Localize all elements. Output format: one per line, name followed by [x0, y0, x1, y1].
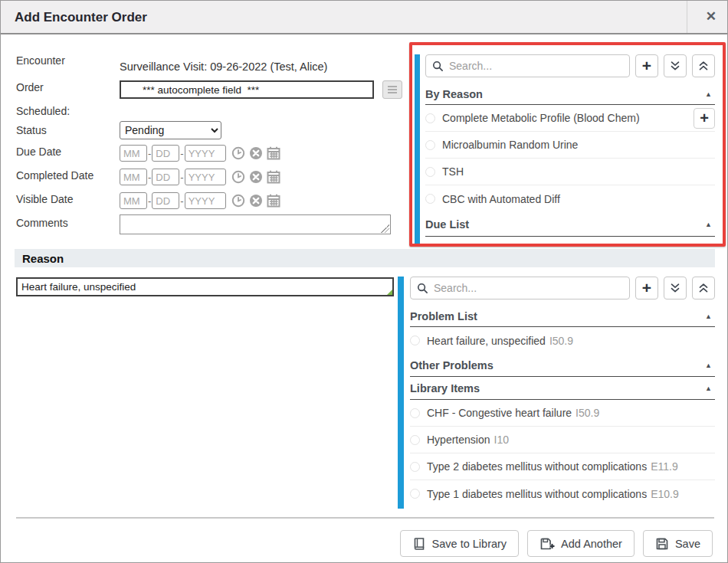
completed-date-day-input[interactable] [152, 169, 179, 185]
comments-textarea[interactable] [120, 214, 391, 234]
radio-icon[interactable] [425, 194, 435, 204]
date-dash: - [180, 148, 183, 159]
save-button[interactable]: Save [643, 530, 713, 557]
visible-date-day-input[interactable] [152, 192, 179, 209]
save-plus-icon [539, 537, 555, 551]
orders-search-input[interactable] [449, 60, 623, 72]
radio-icon[interactable] [410, 435, 420, 445]
radio-icon[interactable] [410, 489, 420, 499]
reasons-collapse-all-button[interactable] [692, 277, 715, 300]
add-order-button[interactable]: + [694, 108, 715, 129]
problem-list-section-header[interactable]: Problem List ▲ [410, 306, 715, 327]
due-list-section-header[interactable]: Due List ▲ [425, 212, 715, 237]
reasons-expand-all-button[interactable] [664, 277, 687, 300]
date-dash: - [180, 195, 183, 207]
radio-icon[interactable] [410, 462, 420, 472]
diagnosis-code: E10.9 [651, 488, 679, 500]
reason-input[interactable] [16, 277, 394, 296]
date-dash: - [180, 172, 183, 183]
visible-date-year-input[interactable] [185, 192, 226, 209]
visible-date-label: Visible Date [16, 193, 73, 205]
radio-icon[interactable] [425, 140, 435, 150]
clock-icon[interactable] [231, 146, 245, 160]
library-item-label: Hypertension [427, 434, 490, 446]
radio-icon[interactable] [410, 408, 420, 418]
diagnosis-code: I50.9 [549, 335, 573, 347]
date-dash: - [148, 172, 151, 183]
reasons-panel: + Problem List ▲ Heart failure, unspecif… [398, 277, 715, 509]
reasons-search-box[interactable] [410, 277, 630, 300]
status-select[interactable]: Pending [120, 121, 221, 139]
visible-date-row: -- [120, 191, 280, 210]
library-item-label: CHF - Congestive heart failure [427, 407, 572, 419]
due-date-day-input[interactable] [152, 145, 179, 162]
problem-item-label: Heart failure, unspecified [427, 335, 546, 347]
other-problems-section-header[interactable]: Other Problems ▲ [410, 354, 715, 377]
clock-icon[interactable] [231, 170, 245, 184]
clear-date-icon[interactable] [249, 170, 263, 184]
orders-search-box[interactable] [425, 54, 630, 77]
order-item-label: Complete Metabolic Profile (Blood Chem) [442, 112, 640, 124]
close-icon[interactable]: ✕ [706, 9, 717, 25]
completed-date-year-input[interactable] [185, 169, 226, 185]
visible-date-month-input[interactable] [120, 192, 147, 209]
due-date-year-input[interactable] [185, 145, 226, 162]
order-item[interactable]: Complete Metabolic Profile (Blood Chem) … [425, 105, 715, 132]
reasons-search-input[interactable] [434, 282, 623, 294]
order-item-label: CBC with Automated Diff [442, 193, 560, 205]
reason-input-wrap [16, 277, 394, 296]
add-encounter-order-dialog: Add Encounter Order ✕ Encounter Order Sc… [0, 0, 728, 563]
save-to-library-button[interactable]: Save to Library [400, 530, 520, 557]
search-icon [417, 283, 428, 294]
dialog-title: Add Encounter Order [15, 10, 147, 25]
status-label: Status [16, 124, 47, 136]
calendar-icon[interactable] [267, 170, 280, 184]
orders-add-button[interactable]: + [635, 54, 658, 77]
scheduled-label: Scheduled: [16, 105, 70, 117]
plus-icon: + [642, 57, 651, 74]
diagnosis-code: E11.9 [651, 460, 678, 473]
completed-date-month-input[interactable] [120, 169, 147, 185]
double-chevron-down-icon [669, 282, 681, 294]
radio-icon[interactable] [410, 336, 420, 345]
clear-date-icon[interactable] [249, 194, 263, 208]
search-icon [432, 61, 444, 72]
radio-icon[interactable] [425, 113, 435, 123]
collapse-arrow-icon: ▲ [705, 313, 712, 320]
collapse-arrow-icon: ▲ [705, 362, 712, 369]
calendar-icon[interactable] [267, 194, 280, 208]
double-chevron-down-icon [669, 60, 681, 72]
library-item[interactable]: Type 2 diabetes mellitus without complic… [410, 453, 715, 480]
due-date-row: -- [120, 144, 280, 162]
radio-icon[interactable] [425, 167, 435, 177]
book-icon [412, 537, 426, 551]
clear-date-icon[interactable] [249, 146, 263, 160]
reason-section-header: Reason [15, 249, 715, 267]
add-another-label: Add Another [561, 538, 622, 550]
orders-expand-all-button[interactable] [664, 54, 687, 77]
order-input[interactable] [120, 80, 374, 99]
order-item[interactable]: CBC with Automated Diff [425, 185, 715, 212]
reason-section-title: Reason [22, 252, 64, 265]
library-item[interactable]: Hypertension I10 [410, 427, 715, 453]
order-label: Order [16, 81, 44, 93]
library-item[interactable]: CHF - Congestive heart failure I50.9 [410, 400, 715, 427]
due-date-month-input[interactable] [120, 145, 147, 162]
by-reason-section-header[interactable]: By Reason ▲ [425, 83, 715, 105]
library-item[interactable]: Type 1 diabetes mellitus without complic… [410, 480, 715, 507]
reasons-add-button[interactable]: + [635, 277, 658, 300]
add-another-button[interactable]: Add Another [527, 530, 635, 557]
completed-date-label: Completed Date [16, 169, 93, 182]
resize-handle[interactable] [381, 224, 389, 233]
calendar-icon[interactable] [267, 146, 280, 160]
order-lookup-button[interactable] [382, 80, 402, 99]
orders-collapse-all-button[interactable] [692, 54, 715, 77]
problem-item[interactable]: Heart failure, unspecified I50.9 [410, 327, 715, 354]
encounter-value: Surveillance Visit: 09-26-2022 (Test, Al… [120, 61, 327, 73]
library-items-section-header[interactable]: Library Items ▲ [410, 377, 715, 400]
clock-icon[interactable] [231, 194, 245, 208]
order-item[interactable]: TSH [425, 159, 715, 185]
comments-label: Comments [16, 217, 68, 229]
order-item[interactable]: Microalbumin Random Urine [425, 132, 715, 159]
save-label: Save [675, 538, 700, 550]
